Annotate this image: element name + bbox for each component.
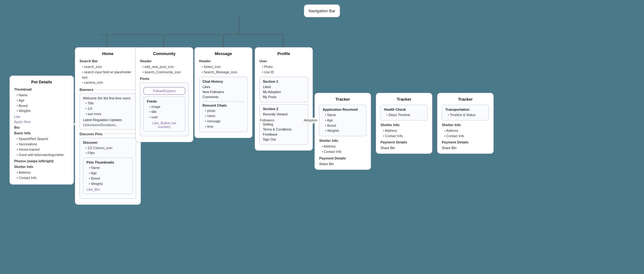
list-item: add_new_post_icon [142,64,189,70]
user-label: User [259,59,308,63]
tracker3-share-btn[interactable]: Share Btn [442,146,489,150]
tracker3-title: Tracker [442,97,489,102]
list-item: Steps Timeline [386,112,424,118]
sign-out-label: Sign Out [263,137,305,142]
app-received-card: Application Received Name Age Breed Weig… [319,105,366,136]
section2-card: Section 2 Recently Viewed Info Setting T… [259,104,308,145]
tracker1-shelter-list: Address Contact Info [319,144,366,154]
chat-history-label: Chat History [203,80,244,83]
photos-label: Photos (swipe left/right) [14,159,69,163]
feeds-label: Feeds [147,99,182,103]
thumbnail-list: Name Age Breed Weights [14,92,69,114]
list-item: Good with kids/cats/dogs/other [17,152,69,158]
list-item: Filter [86,150,133,156]
list-item: Breed [89,176,129,181]
discover-sub-card: Discover 1/2 Column_icon Filter Pets Thu… [80,138,136,199]
list-item: time [205,124,244,129]
list-item: Address [17,170,69,175]
follow-explore-btn[interactable]: Follow/Explore [143,87,185,95]
list-item: see more [86,111,133,117]
health-label: Health Check [384,108,424,111]
home-title: Home [80,51,136,56]
latest-updates: Latest Regulation Updates [83,118,133,122]
home-card: Home Search Bar search_icon search input… [75,47,141,205]
banners-label: Banners [80,88,93,92]
list-item: Name [89,165,129,171]
user-list: Photo Use ID [259,64,308,75]
list-item: 1/2 Column_icon [86,145,133,151]
list-item: Spayed/Not Spayed [17,136,69,142]
list-item: Select_icon [202,64,248,70]
basic-info-list: Spayed/Not Spayed Vaccinations House-tra… [14,136,69,157]
like-link[interactable]: Like [14,115,69,119]
transport-label: Transportation [445,108,486,111]
tracker-card-1: Tracker Application Received Name Age Br… [314,93,371,170]
list-item: Address [383,128,428,133]
like-btn-home[interactable]: Like_Btn [86,187,129,191]
shelter-list: Address Contact Info [14,170,69,181]
recently-viewed: Recently Viewed [263,112,305,117]
list-item: Contact Info [444,133,489,139]
list-item: camera_icon [82,80,136,85]
tracker1-title: Tracker [319,97,366,102]
section2-label: Section 2 [263,107,305,111]
follow-btn-container: Follow/Explore Feeds image title user Li… [140,82,189,136]
list-item: Contact Info [383,133,428,139]
tracker2-payment-label: Payment Details [380,140,428,144]
community-header-label: Header [140,59,189,63]
app-received-list: Name Age Breed Weights [323,112,363,133]
list-item: Timeline & Status [448,112,486,118]
thumbnail-label: Thumbnail [14,87,69,91]
feeds-sub-card: Feeds image title user Like_Button (w/ n… [143,97,185,131]
discover-pets-label: Discover Pets [80,132,103,136]
banner-list: Title 1/3 see more [83,101,133,116]
list-item: Age [325,118,363,123]
community-card: Community Header add_new_post_icon searc… [135,47,193,142]
feeds-list: image title user [147,104,182,120]
pet-details-card: Pet Details Thumbnail Name Age Breed Wei… [9,75,74,185]
list-item: Weights [17,108,69,114]
volunteers-text: (Volunteers/Donations... [83,123,133,127]
list-item: Name [17,92,69,98]
list-item: message [205,119,244,124]
list-item: Vaccinations [17,142,69,147]
section1-card: Section 1 Liked My Adoption My Posts [259,77,308,102]
list-item: Breed [325,123,363,128]
list-item: Title [86,101,133,106]
app-received-label: Application Received [323,108,363,111]
tracker1-share-btn[interactable]: Share Btn [319,162,366,166]
list-item: Weights [325,128,363,133]
tracker2-shelter-list: Address Contact Info [380,128,428,139]
search-bar-label: Search Bar [80,59,136,63]
list-item: Breed [17,103,69,109]
list-item: Name [325,112,363,118]
comments-label: Comments [203,94,244,99]
tracker3-shelter-label: Shelter Info [442,123,489,127]
profile-title: Profile [259,51,308,56]
apply-now-link[interactable]: Apply Now [14,120,69,124]
recent-chats-list: photo name message time [203,108,244,129]
list-item: Search_Message_icon [202,70,248,75]
list-item: title [149,109,182,115]
tracker-card-3: Tracker Transportation Timeline & Status… [437,93,494,154]
like-btn-community[interactable]: Like_Button (w/ number) [147,121,182,129]
list-item: Contact Info [17,175,69,181]
tracker1-shelter-label: Shelter Info [319,139,366,143]
list-item: search_icon [82,64,136,70]
health-list: Steps Timeline [384,112,424,118]
community-header-list: add_new_post_icon search_Community_icon [140,64,189,75]
tracker3-shelter-list: Address Contact Info [442,128,489,139]
list-item: user [149,115,182,120]
tracker2-share-btn[interactable]: Share Btn [380,146,428,150]
pet-details-title: Pet Details [14,80,69,84]
list-item: House-trained [17,147,69,152]
terms-label: Terms & Conditions [263,127,305,132]
basic-info-label: Basic Info [14,131,69,135]
my-adoption-label: My Adoption [263,89,305,94]
list-item: Weights [89,181,129,187]
transport-list: Timeline & Status [445,112,486,118]
list-item: photo [205,108,244,114]
list-item: Address [322,144,366,149]
feedback-label: Feedback [263,132,305,137]
list-item: Use ID [262,70,308,75]
